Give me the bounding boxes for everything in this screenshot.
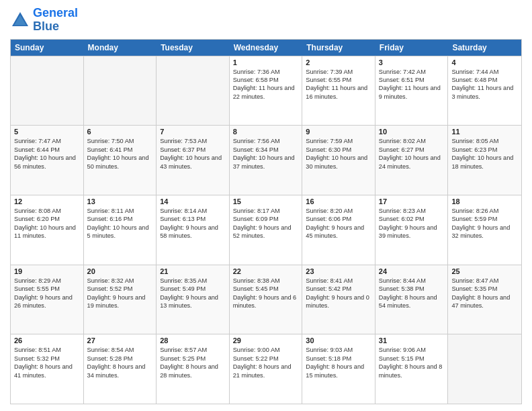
sunset-text: Sunset: 5:55 PM [14, 285, 80, 293]
daylight-text: Daylight: 9 hours and 58 minutes. [160, 224, 226, 240]
daylight-text: Daylight: 9 hours and 39 minutes. [379, 224, 445, 240]
sunrise-text: Sunrise: 7:39 AM [306, 68, 371, 76]
sunset-text: Sunset: 5:59 PM [451, 215, 518, 223]
calendar-cell: 20Sunrise: 8:32 AMSunset: 5:52 PMDayligh… [84, 265, 157, 334]
daylight-text: Daylight: 10 hours and 5 minutes. [87, 224, 153, 240]
day-number: 2 [306, 58, 371, 66]
calendar-cell: 8Sunrise: 7:56 AMSunset: 6:34 PMDaylight… [230, 126, 303, 195]
calendar-cell: 1Sunrise: 7:36 AMSunset: 6:58 PMDaylight… [230, 56, 303, 126]
daylight-text: Daylight: 8 hours and 41 minutes. [14, 363, 80, 379]
daylight-text: Daylight: 10 hours and 18 minutes. [451, 154, 518, 171]
day-number: 12 [14, 197, 80, 205]
day-number: 31 [379, 336, 445, 345]
calendar-cell: 5Sunrise: 7:47 AMSunset: 6:44 PMDaylight… [11, 126, 84, 195]
sunset-text: Sunset: 5:35 PM [451, 285, 518, 293]
calendar-cell [448, 334, 521, 404]
sunset-text: Sunset: 6:37 PM [160, 146, 226, 154]
daylight-text: Daylight: 8 hours and 8 minutes. [379, 363, 445, 379]
calendar-cell: 31Sunrise: 9:06 AMSunset: 5:15 PMDayligh… [375, 334, 449, 404]
sunrise-text: Sunrise: 7:53 AM [160, 137, 226, 145]
header-day-saturday: Saturday [448, 40, 521, 56]
day-number: 15 [233, 197, 299, 205]
calendar: SundayMondayTuesdayWednesdayThursdayFrid… [10, 39, 522, 404]
sunrise-text: Sunrise: 7:47 AM [14, 137, 80, 145]
sunset-text: Sunset: 6:09 PM [233, 215, 299, 223]
daylight-text: Daylight: 11 hours and 9 minutes. [379, 84, 445, 101]
day-number: 11 [451, 128, 518, 136]
daylight-text: Daylight: 10 hours and 24 minutes. [379, 154, 445, 171]
calendar-cell: 9Sunrise: 7:59 AMSunset: 6:30 PMDaylight… [302, 126, 375, 195]
daylight-text: Daylight: 8 hours and 15 minutes. [306, 363, 371, 379]
sunrise-text: Sunrise: 7:36 AM [233, 68, 299, 76]
daylight-text: Daylight: 10 hours and 37 minutes. [233, 154, 299, 171]
day-number: 30 [306, 336, 371, 345]
daylight-text: Daylight: 8 hours and 21 minutes. [233, 363, 299, 379]
sunrise-text: Sunrise: 8:51 AM [14, 346, 80, 354]
header-day-tuesday: Tuesday [157, 40, 230, 56]
sunset-text: Sunset: 6:55 PM [306, 76, 371, 84]
day-number: 8 [233, 128, 299, 136]
sunrise-text: Sunrise: 8:05 AM [451, 137, 518, 145]
calendar-cell: 30Sunrise: 9:03 AMSunset: 5:18 PMDayligh… [302, 334, 375, 404]
daylight-text: Daylight: 9 hours and 13 minutes. [160, 293, 226, 310]
calendar-row-1: 1Sunrise: 7:36 AMSunset: 6:58 PMDaylight… [11, 56, 521, 126]
sunset-text: Sunset: 6:27 PM [379, 146, 445, 154]
sunset-text: Sunset: 5:49 PM [160, 285, 226, 293]
calendar-cell: 12Sunrise: 8:08 AMSunset: 6:20 PMDayligh… [11, 195, 84, 265]
header-day-monday: Monday [84, 40, 157, 56]
sunset-text: Sunset: 5:25 PM [160, 355, 226, 363]
day-number: 21 [160, 267, 226, 275]
calendar-row-3: 12Sunrise: 8:08 AMSunset: 6:20 PMDayligh… [11, 195, 521, 265]
calendar-cell: 3Sunrise: 7:42 AMSunset: 6:51 PMDaylight… [375, 56, 449, 126]
day-number: 27 [87, 336, 153, 345]
sunrise-text: Sunrise: 8:29 AM [14, 277, 80, 285]
calendar-body: 1Sunrise: 7:36 AMSunset: 6:58 PMDaylight… [11, 56, 521, 404]
sunset-text: Sunset: 6:16 PM [87, 215, 153, 223]
day-number: 19 [14, 267, 80, 275]
calendar-cell [11, 56, 84, 126]
sunrise-text: Sunrise: 9:06 AM [379, 346, 445, 354]
daylight-text: Daylight: 9 hours and 45 minutes. [306, 224, 371, 240]
sunrise-text: Sunrise: 9:00 AM [233, 346, 299, 354]
sunrise-text: Sunrise: 8:26 AM [451, 207, 518, 215]
calendar-cell: 6Sunrise: 7:50 AMSunset: 6:41 PMDaylight… [84, 126, 157, 195]
day-number: 18 [451, 197, 518, 205]
day-number: 5 [14, 128, 80, 136]
day-number: 16 [306, 197, 371, 205]
sunrise-text: Sunrise: 8:14 AM [160, 207, 226, 215]
header-day-wednesday: Wednesday [230, 40, 303, 56]
daylight-text: Daylight: 8 hours and 47 minutes. [451, 293, 518, 310]
calendar-cell: 4Sunrise: 7:44 AMSunset: 6:48 PMDaylight… [448, 56, 521, 126]
day-number: 20 [87, 267, 153, 275]
calendar-cell: 21Sunrise: 8:35 AMSunset: 5:49 PMDayligh… [157, 265, 230, 334]
sunset-text: Sunset: 6:20 PM [14, 215, 80, 223]
calendar-cell: 27Sunrise: 8:54 AMSunset: 5:28 PMDayligh… [84, 334, 157, 404]
calendar-cell: 10Sunrise: 8:02 AMSunset: 6:27 PMDayligh… [375, 126, 449, 195]
calendar-cell: 13Sunrise: 8:11 AMSunset: 6:16 PMDayligh… [84, 195, 157, 265]
day-number: 22 [233, 267, 299, 275]
header-day-sunday: Sunday [11, 40, 84, 56]
daylight-text: Daylight: 9 hours and 6 minutes. [233, 293, 299, 310]
daylight-text: Daylight: 10 hours and 11 minutes. [14, 224, 80, 240]
day-number: 17 [379, 197, 445, 205]
sunrise-text: Sunrise: 8:20 AM [306, 207, 371, 215]
day-number: 7 [160, 128, 226, 136]
sunset-text: Sunset: 6:44 PM [14, 146, 80, 154]
sunset-text: Sunset: 6:51 PM [379, 76, 445, 84]
calendar-cell: 16Sunrise: 8:20 AMSunset: 6:06 PMDayligh… [302, 195, 375, 265]
day-number: 26 [14, 336, 80, 345]
daylight-text: Daylight: 10 hours and 56 minutes. [14, 154, 80, 171]
sunset-text: Sunset: 6:13 PM [160, 215, 226, 223]
day-number: 10 [379, 128, 445, 136]
day-number: 6 [87, 128, 153, 136]
daylight-text: Daylight: 8 hours and 34 minutes. [87, 363, 153, 379]
calendar-row-5: 26Sunrise: 8:51 AMSunset: 5:32 PMDayligh… [11, 334, 521, 404]
sunset-text: Sunset: 6:06 PM [306, 215, 371, 223]
header-day-friday: Friday [375, 40, 449, 56]
calendar-cell [157, 56, 230, 126]
header: General Blue [10, 7, 522, 34]
sunset-text: Sunset: 5:42 PM [306, 285, 371, 293]
daylight-text: Daylight: 11 hours and 16 minutes. [306, 84, 371, 101]
sunset-text: Sunset: 5:52 PM [87, 285, 153, 293]
sunrise-text: Sunrise: 7:42 AM [379, 68, 445, 76]
